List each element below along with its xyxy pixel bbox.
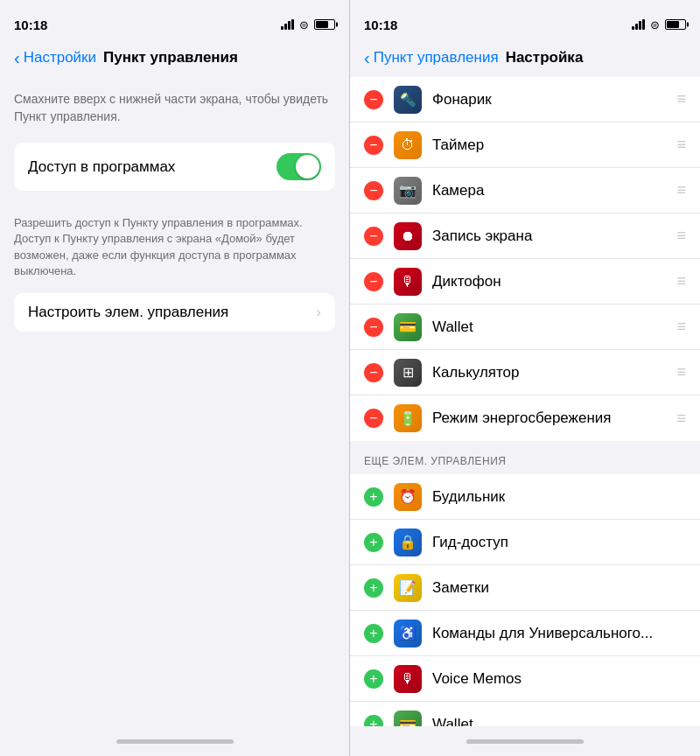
power-save-label: Режим энергосбережения [432, 410, 666, 427]
shortcuts-icon: ♿ [394, 620, 422, 648]
left-page-title: Пункт управления [103, 49, 238, 66]
right-signal-icon [632, 19, 645, 30]
add-alarm-button[interactable] [364, 487, 383, 507]
access-description: Разрешить доступ к Пункту управления в п… [0, 208, 349, 293]
list-item: ⊞ Калькулятор ≡ [350, 350, 700, 396]
timer-label: Таймер [432, 136, 666, 154]
remove-camera-button[interactable] [364, 181, 383, 200]
more-items-section: ⏰ Будильник 🔒 Гид-доступ 📝 Заметки ♿ Ком… [350, 474, 700, 726]
drag-handle-icon[interactable]: ≡ [676, 181, 686, 200]
list-item: 🎙 Диктофон ≡ [350, 259, 700, 304]
right-status-icons: ⊜ [632, 18, 686, 32]
customize-group: Настроить элем. управления › [14, 293, 335, 332]
add-guided-button[interactable] [364, 533, 383, 552]
right-time: 10:18 [364, 18, 397, 32]
alarm-icon: ⏰ [394, 483, 422, 511]
right-home-indicator [350, 726, 700, 756]
remove-timer-button[interactable] [364, 136, 383, 155]
left-content: Смахните вверх с нижней части экрана, чт… [0, 77, 349, 726]
list-item: ♿ Команды для Универсального... [350, 611, 700, 656]
drag-handle-icon[interactable]: ≡ [676, 318, 686, 336]
add-shortcuts-button[interactable] [364, 624, 383, 643]
wifi-icon: ⊜ [299, 18, 309, 32]
left-time: 10:18 [14, 18, 47, 32]
list-item: ⏺ Запись экрана ≡ [350, 214, 700, 259]
list-item: 🔒 Гид-доступ [350, 520, 700, 565]
access-toggle[interactable] [276, 153, 321, 180]
left-description: Смахните вверх с нижней части экрана, чт… [0, 77, 349, 143]
right-wifi-icon: ⊜ [650, 18, 660, 32]
left-status-icons: ⊜ [281, 18, 335, 32]
voice-icon: 🎙 [394, 268, 422, 296]
remove-power-save-button[interactable] [364, 409, 383, 428]
list-item: 📷 Камера ≡ [350, 168, 700, 214]
wallet-icon: 💳 [394, 313, 422, 341]
access-row: Доступ в программах [14, 143, 335, 191]
drag-handle-icon[interactable]: ≡ [676, 410, 686, 428]
guided-label: Гид-доступ [432, 534, 686, 551]
right-panel: 10:18 ⊜ ‹ Пункт управления Настройка [350, 0, 700, 756]
camera-label: Камера [432, 182, 666, 200]
access-label: Доступ в программах [28, 158, 175, 176]
flashlight-label: Фонарик [432, 91, 666, 108]
remove-wallet-button[interactable] [364, 318, 383, 337]
right-battery-icon [665, 19, 686, 30]
right-nav-bar: ‹ Пункт управления Настройка [350, 38, 700, 77]
list-item: 🔋 Режим энергосбережения ≡ [350, 396, 700, 441]
screen-record-label: Запись экрана [432, 228, 666, 245]
more-section-header: ЕЩЕ ЭЛЕМ. УПРАВЛЕНИЯ [350, 441, 700, 474]
customize-label: Настроить элем. управления [28, 304, 228, 321]
power-save-icon: 🔋 [394, 404, 422, 432]
calculator-label: Калькулятор [432, 364, 666, 382]
wallet2-icon: 💳 [394, 710, 422, 726]
right-back-chevron-icon: ‹ [364, 49, 370, 66]
shortcuts-label: Команды для Универсального... [432, 625, 686, 642]
right-page-title: Настройка [506, 49, 584, 66]
notes-label: Заметки [432, 579, 686, 597]
remove-voice-button[interactable] [364, 272, 383, 291]
remove-calculator-button[interactable] [364, 363, 383, 382]
drag-handle-icon[interactable]: ≡ [676, 227, 686, 245]
camera-icon: 📷 [394, 177, 422, 205]
screen-record-icon: ⏺ [394, 222, 422, 250]
back-chevron-icon: ‹ [14, 49, 20, 66]
left-status-bar: 10:18 ⊜ [0, 0, 349, 38]
drag-handle-icon[interactable]: ≡ [676, 136, 686, 154]
list-item: ⏰ Будильник [350, 474, 700, 520]
right-back-label: Пункт управления [374, 49, 499, 66]
list-item: ⏱ Таймер ≡ [350, 122, 700, 168]
included-items-section: 🔦 Фонарик ≡ ⏱ Таймер ≡ 📷 Камера ≡ ⏺ Запи… [350, 77, 700, 441]
wallet-label: Wallet [432, 318, 666, 336]
left-home-indicator [0, 726, 349, 756]
drag-handle-icon[interactable]: ≡ [676, 272, 686, 290]
remove-screen-record-button[interactable] [364, 227, 383, 246]
access-toggle-group: Доступ в программах [14, 143, 335, 191]
left-panel: 10:18 ⊜ ‹ Настройки Пункт управления Сма… [0, 0, 350, 756]
flashlight-icon: 🔦 [394, 86, 422, 114]
signal-icon [281, 19, 294, 30]
battery-icon [314, 19, 335, 30]
home-bar [116, 739, 234, 744]
list-item: 🎙 Voice Memos [350, 656, 700, 702]
drag-handle-icon[interactable]: ≡ [676, 90, 686, 108]
timer-icon: ⏱ [394, 131, 422, 159]
remove-flashlight-button[interactable] [364, 90, 383, 109]
calculator-icon: ⊞ [394, 359, 422, 387]
right-content: 🔦 Фонарик ≡ ⏱ Таймер ≡ 📷 Камера ≡ ⏺ Запи… [350, 77, 700, 726]
list-item: 💳 Wallet [350, 702, 700, 726]
voice-memos-label: Voice Memos [432, 670, 686, 688]
right-home-bar [466, 739, 584, 744]
alarm-label: Будильник [432, 488, 686, 506]
customize-row[interactable]: Настроить элем. управления › [14, 293, 335, 332]
left-back-label: Настройки [24, 49, 96, 66]
chevron-right-icon: › [316, 304, 321, 321]
right-status-bar: 10:18 ⊜ [350, 0, 700, 38]
notes-icon: 📝 [394, 574, 422, 602]
drag-handle-icon[interactable]: ≡ [676, 363, 686, 382]
add-wallet2-button[interactable] [364, 715, 383, 726]
add-voice-memos-button[interactable] [364, 669, 383, 689]
add-notes-button[interactable] [364, 578, 383, 598]
right-back-button[interactable]: ‹ Пункт управления [364, 49, 499, 66]
list-item: 🔦 Фонарик ≡ [350, 77, 700, 122]
left-back-button[interactable]: ‹ Настройки [14, 49, 96, 66]
